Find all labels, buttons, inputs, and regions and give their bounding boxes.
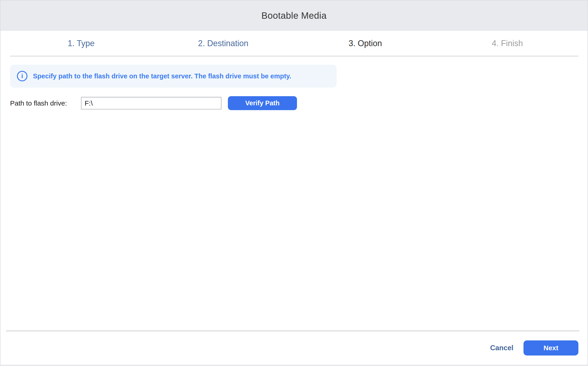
next-button[interactable]: Next (524, 340, 578, 356)
wizard-steps: 1. Type 2. Destination 3. Option 4. Fini… (10, 31, 578, 56)
content-spacer (10, 110, 578, 331)
footer: Cancel Next (0, 331, 588, 365)
path-to-flash-drive-label: Path to flash drive: (10, 99, 81, 107)
step-tab-option[interactable]: 3. Option (294, 31, 436, 56)
wizard-content: i Specify path to the flash drive on the… (0, 56, 588, 331)
info-banner: i Specify path to the flash drive on the… (10, 65, 337, 87)
dialog-title: Bootable Media (262, 10, 327, 21)
info-icon: i (17, 71, 27, 81)
cancel-button[interactable]: Cancel (490, 344, 513, 352)
flash-drive-path-row: Path to flash drive: Verify Path (10, 96, 578, 110)
step-tab-finish: 4. Finish (436, 31, 578, 56)
step-tab-option-label: 3. Option (349, 39, 382, 48)
verify-path-button[interactable]: Verify Path (228, 96, 297, 110)
step-tab-destination[interactable]: 2. Destination (152, 31, 294, 56)
flash-drive-path-input[interactable] (81, 97, 222, 109)
step-tab-finish-label: 4. Finish (492, 39, 523, 48)
step-tab-type-label: 1. Type (68, 39, 95, 48)
step-tab-type[interactable]: 1. Type (10, 31, 152, 56)
bootable-media-dialog: Bootable Media 1. Type 2. Destination 3.… (0, 0, 588, 366)
step-tab-destination-label: 2. Destination (198, 39, 248, 48)
info-banner-message: Specify path to the flash drive on the t… (33, 72, 291, 80)
dialog-header: Bootable Media (0, 0, 588, 31)
